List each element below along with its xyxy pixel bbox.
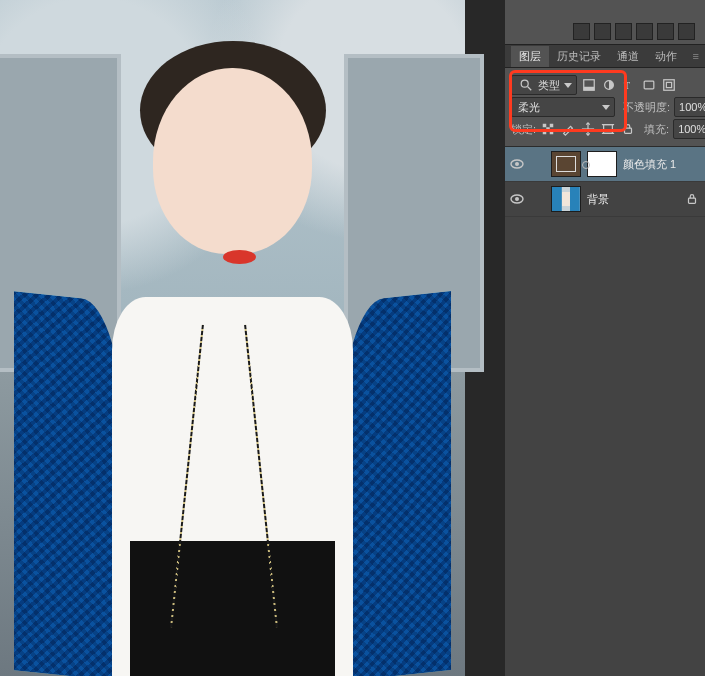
visibility-toggle[interactable] [509, 191, 525, 207]
right-panel-dock: 图层 历史记录 通道 动作 ≡ 类型 T [505, 0, 705, 676]
svg-rect-6 [644, 81, 654, 89]
filter-shape-icon[interactable] [641, 77, 657, 93]
fill-value: 100% [678, 123, 705, 135]
layer-thumbnail[interactable] [551, 151, 581, 177]
lock-artboard-icon[interactable] [600, 121, 616, 137]
fill-value-field[interactable]: 100% [673, 119, 705, 139]
blend-row: 柔光 不透明度: 100% [511, 96, 699, 118]
svg-rect-12 [543, 131, 547, 135]
filter-pixel-icon[interactable] [581, 77, 597, 93]
document-canvas[interactable] [0, 0, 505, 676]
blend-mode-dropdown[interactable]: 柔光 [511, 97, 615, 117]
lock-position-icon[interactable] [580, 121, 596, 137]
filter-adjust-icon[interactable] [601, 77, 617, 93]
collapsed-panel-icon[interactable] [657, 23, 674, 40]
collapsed-panel-strip [505, 0, 705, 44]
svg-point-23 [515, 197, 519, 201]
panel-tab-bar: 图层 历史记录 通道 动作 ≡ [505, 44, 705, 68]
filter-type-icon[interactable]: T [621, 77, 637, 93]
photoshop-window: 图层 历史记录 通道 动作 ≡ 类型 T [0, 0, 705, 676]
document-image [0, 0, 465, 676]
layer-kind-filter-dropdown[interactable]: 类型 [511, 75, 577, 95]
svg-line-1 [528, 87, 532, 91]
lock-pixels-icon[interactable] [560, 121, 576, 137]
visibility-toggle[interactable] [509, 156, 525, 172]
svg-rect-3 [584, 87, 595, 91]
tab-channels[interactable]: 通道 [609, 46, 647, 67]
blend-mode-value: 柔光 [518, 100, 540, 115]
fill-label: 填充: [644, 122, 669, 137]
svg-point-21 [515, 162, 519, 166]
opacity-value: 100% [679, 101, 705, 113]
svg-rect-19 [625, 128, 632, 133]
svg-rect-10 [550, 124, 554, 128]
lock-row: 锁定: 填充: 100% [511, 118, 699, 140]
collapsed-panel-icon[interactable] [615, 23, 632, 40]
svg-rect-8 [666, 82, 671, 87]
tab-layers[interactable]: 图层 [511, 46, 549, 67]
lock-transparency-icon[interactable] [540, 121, 556, 137]
tab-actions[interactable]: 动作 [647, 46, 685, 67]
layer-thumbnail[interactable] [551, 186, 581, 212]
layer-name[interactable]: 颜色填充 1 [623, 157, 699, 172]
layer-row[interactable]: 颜色填充 1 [505, 147, 705, 182]
collapsed-panel-icon[interactable] [594, 23, 611, 40]
svg-rect-13 [550, 131, 554, 135]
chevron-down-icon [602, 105, 610, 110]
opacity-label: 不透明度: [623, 100, 670, 115]
layer-kind-filter-label: 类型 [538, 78, 560, 93]
layers-list: 颜色填充 1 背景 [505, 147, 705, 676]
svg-rect-9 [543, 124, 547, 128]
svg-rect-11 [546, 127, 550, 131]
tab-history[interactable]: 历史记录 [549, 46, 609, 67]
chevron-down-icon [564, 83, 572, 88]
layer-row[interactable]: 背景 [505, 182, 705, 217]
collapsed-panel-icon[interactable] [678, 23, 695, 40]
lock-all-icon[interactable] [620, 121, 636, 137]
svg-rect-7 [664, 80, 675, 91]
opacity-value-field[interactable]: 100% [674, 97, 705, 117]
svg-rect-24 [689, 198, 696, 203]
layer-name[interactable]: 背景 [587, 192, 679, 207]
search-icon [518, 77, 534, 93]
collapsed-panel-icon[interactable] [573, 23, 590, 40]
lock-label: 锁定: [511, 122, 536, 137]
filter-smart-icon[interactable] [661, 77, 677, 93]
svg-rect-16 [604, 125, 613, 134]
layer-panel-options: 类型 T 柔光 不透明度: 100% [505, 68, 705, 147]
collapsed-panel-icon[interactable] [636, 23, 653, 40]
svg-text:T: T [624, 80, 631, 91]
filter-row: 类型 T [511, 74, 699, 96]
layer-mask-thumbnail[interactable] [587, 151, 617, 177]
svg-point-0 [521, 80, 528, 87]
panel-menu-icon[interactable]: ≡ [693, 50, 701, 62]
layer-locked-icon [685, 192, 699, 206]
